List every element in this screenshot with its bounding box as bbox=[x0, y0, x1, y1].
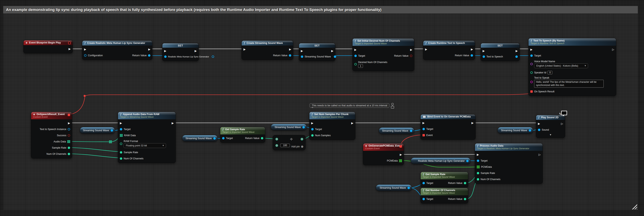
speaker-id-pin[interactable] bbox=[530, 71, 533, 74]
node-process-audio-data[interactable]: ƒ Process Audio Data Target is Realistic… bbox=[475, 143, 543, 184]
variable-out-pin[interactable] bbox=[410, 130, 412, 132]
exec-out-pin[interactable]: ▶ bbox=[400, 153, 402, 156]
pcm-data-pin[interactable] bbox=[477, 166, 480, 168]
speaker-id-input[interactable]: 0 bbox=[548, 71, 552, 74]
node-create-realistic-metahuman-lipsync-generator[interactable]: ƒ Create Realistic Meta Human Lip Sync G… bbox=[82, 40, 152, 60]
exec-out-pin[interactable]: ▶ bbox=[331, 49, 334, 52]
configuration-pin[interactable] bbox=[84, 54, 86, 57]
node-header[interactable]: ƒ Get Sample Rate Target is Imported Sou… bbox=[220, 127, 265, 134]
exec-out-pin[interactable]: ▷ bbox=[561, 122, 563, 125]
return-value-pin[interactable] bbox=[464, 198, 466, 200]
text-to-speech-instance-pin[interactable] bbox=[68, 128, 70, 130]
exec-in-pin[interactable]: ▶ bbox=[538, 122, 540, 125]
sample-rate-pin[interactable] bbox=[68, 147, 70, 149]
return-value-pin[interactable] bbox=[470, 54, 473, 57]
audio-data-pin[interactable] bbox=[67, 140, 70, 143]
node-event-blueprint-begin-play[interactable]: ◈ Event Blueprint Begin Play ▶ bbox=[23, 40, 73, 53]
return-value-pin[interactable] bbox=[289, 54, 291, 57]
node-text-to-speech-by-name[interactable]: ƒ Text To Speech (By Name) Target is Run… bbox=[528, 38, 616, 96]
delegate-pin[interactable] bbox=[68, 114, 70, 116]
node-get-sample-rate[interactable]: ƒ Get Sample Rate Target is Imported Sou… bbox=[220, 127, 265, 143]
raw-format-pin[interactable] bbox=[120, 143, 122, 145]
variable-out-pin[interactable] bbox=[213, 137, 216, 140]
comment-bubble-icon[interactable] bbox=[391, 106, 394, 108]
sample-rate-pin[interactable] bbox=[120, 151, 122, 154]
node-header[interactable]: ƒ Get Sample Rate Target is Imported Sou… bbox=[421, 172, 468, 179]
target-pin[interactable] bbox=[311, 128, 314, 130]
exec-in-pin[interactable]: ▶ bbox=[120, 122, 122, 124]
pill-streaming-sound-wave[interactable]: Streaming Sound Wave bbox=[376, 185, 412, 191]
exec-out-pin[interactable]: ▶ bbox=[516, 49, 518, 52]
on-speech-result-pin[interactable] bbox=[530, 90, 533, 93]
node-header[interactable]: ƒ Process Audio Data Target is Realistic… bbox=[475, 143, 542, 151]
desired-num-of-channels-pin[interactable] bbox=[354, 63, 357, 65]
node-set-streaming-sound-wave[interactable]: SET ▶ ▶ Streaming Sound Wave bbox=[299, 43, 336, 61]
num-samples-pin[interactable] bbox=[311, 134, 314, 137]
return-value-pin[interactable] bbox=[410, 55, 412, 57]
target-pin[interactable] bbox=[422, 198, 425, 200]
node-header[interactable]: Bind Event to On Generate PCMData bbox=[421, 114, 476, 119]
exec-out-pin[interactable]: ▷ bbox=[612, 48, 614, 51]
variable-out-pin[interactable] bbox=[515, 55, 518, 58]
node-play-sound-2d[interactable]: ƒ Play Sound 2D ▶ ▷ Sound ▾ bbox=[536, 115, 565, 138]
comment-frame-header[interactable]: An example demonstrating lip sync during… bbox=[3, 6, 638, 13]
exec-out-pin[interactable]: ▶ bbox=[410, 48, 412, 51]
node-comment-bubble[interactable]: This needs to be called so that audio is… bbox=[310, 103, 389, 108]
pill-streaming-sound-wave[interactable]: Streaming Sound Wave bbox=[498, 127, 533, 134]
delegate-pin[interactable] bbox=[68, 42, 71, 44]
node-set-text-to-speech[interactable]: SET ▶ ▶ Text to Speech bbox=[480, 43, 520, 61]
variable-in-pin[interactable] bbox=[482, 55, 485, 58]
exec-in-pin[interactable]: ▶ bbox=[84, 48, 86, 51]
target-pin[interactable] bbox=[530, 54, 533, 57]
exec-in-pin[interactable]: ▶ bbox=[311, 122, 314, 124]
desired-num-of-channels-input[interactable]: 1 bbox=[358, 64, 363, 68]
node-header[interactable]: ƒ Get Number Of Channels Target is Impor… bbox=[421, 188, 468, 195]
pin-icon[interactable] bbox=[391, 103, 394, 105]
voice-model-name-pin[interactable] bbox=[530, 63, 533, 65]
array-reroute-node[interactable] bbox=[109, 140, 112, 143]
node-header[interactable]: ƒ Append Audio Data From RAW Target is S… bbox=[118, 112, 176, 119]
exec-in-pin[interactable]: ▶ bbox=[530, 48, 532, 51]
node-set-num-samples-per-chunk[interactable]: ƒ Set Num Samples Per Chunk Target is Im… bbox=[309, 112, 355, 140]
num-of-channels-pin[interactable] bbox=[68, 153, 70, 155]
text-to-speak-pin[interactable] bbox=[530, 81, 533, 83]
exec-out-pin[interactable]: ▷ bbox=[538, 153, 541, 156]
dividend-pin[interactable] bbox=[276, 138, 278, 140]
num-of-channels-pin[interactable] bbox=[120, 157, 122, 160]
node-create-runtime-text-to-speech[interactable]: ƒ Create Runtime Text to Speech ▶ ▶ Retu… bbox=[423, 40, 475, 60]
variable-out-pin[interactable] bbox=[334, 55, 336, 58]
text-to-speak-input[interactable]: Hello, world! The lips of the MetaHuman … bbox=[534, 80, 604, 88]
variable-out-pin[interactable] bbox=[466, 160, 468, 162]
node-header[interactable]: ƒ Create Realistic Meta Human Lip Sync G… bbox=[82, 41, 152, 45]
delegate-pin[interactable] bbox=[400, 145, 402, 148]
result-pin[interactable] bbox=[301, 138, 303, 140]
raw-data-pin[interactable] bbox=[120, 134, 123, 137]
node-on-generate-pcmdata-event[interactable]: ◈ OnGeneratePCMData_Event Custom Event ▶… bbox=[363, 143, 404, 165]
pill-streaming-sound-wave[interactable]: Streaming Sound Wave bbox=[379, 127, 414, 134]
exec-out-pin[interactable]: ▶ bbox=[68, 47, 71, 50]
event-pin[interactable] bbox=[422, 134, 425, 136]
voice-model-name-select[interactable]: English (United States) - Kokoro (Bella)… bbox=[534, 63, 588, 68]
divisor-input[interactable]: 100 bbox=[280, 144, 290, 147]
exec-out-pin[interactable]: ▶ bbox=[68, 122, 70, 124]
add-pin-button[interactable]: Add pin ⊕ bbox=[291, 145, 304, 148]
node-header[interactable]: ◈ Event Blueprint Begin Play bbox=[24, 40, 72, 45]
expand-node-button[interactable]: ▾ bbox=[536, 133, 565, 136]
exec-in-pin[interactable]: ▶ bbox=[301, 49, 303, 52]
target-pin[interactable] bbox=[477, 160, 479, 162]
target-pin[interactable] bbox=[354, 55, 357, 57]
exec-out-pin[interactable]: ▶ bbox=[172, 122, 174, 124]
variable-out-pin[interactable] bbox=[302, 126, 305, 128]
return-value-pin[interactable] bbox=[261, 137, 263, 139]
node-header[interactable]: SET bbox=[299, 43, 335, 48]
pill-streaming-sound-wave[interactable]: Streaming Sound Wave bbox=[271, 124, 307, 130]
node-on-speech-result-event[interactable]: ◈ OnSpeechResult_Event Custom Event ▶ Te… bbox=[31, 112, 72, 158]
exec-out-pin[interactable]: ▶ bbox=[289, 48, 291, 51]
pcm-data-pin[interactable] bbox=[399, 159, 402, 162]
divisor-pin[interactable] bbox=[276, 144, 278, 147]
variable-out-pin[interactable] bbox=[111, 129, 113, 132]
exec-in-pin[interactable]: ▶ bbox=[482, 49, 485, 52]
node-set-realistic-generator[interactable]: SET ▶ ▶ Realistic Meta Human Lip Sync Ge… bbox=[162, 43, 199, 61]
node-get-number-of-channels[interactable]: ƒ Get Number Of Channels Target is Impor… bbox=[420, 188, 468, 204]
node-append-audio-data-from-raw[interactable]: ƒ Append Audio Data From RAW Target is S… bbox=[118, 112, 176, 163]
